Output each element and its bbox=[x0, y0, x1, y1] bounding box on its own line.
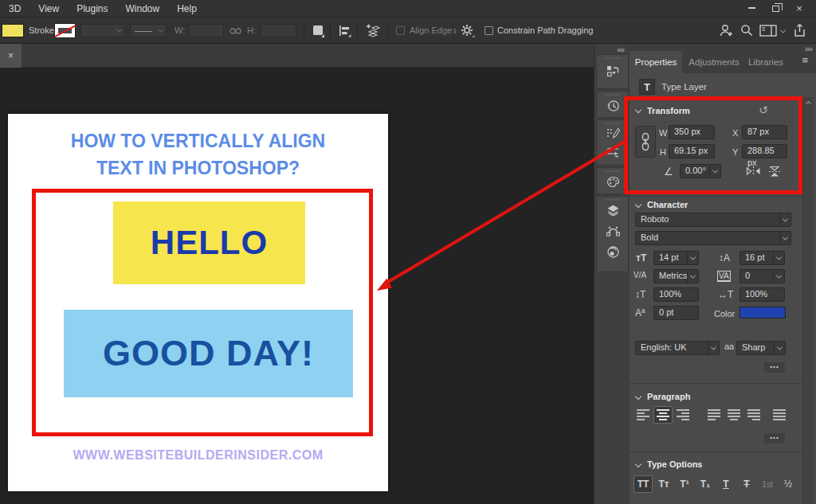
gear-icon[interactable] bbox=[461, 24, 475, 38]
stroke-style-line-icon bbox=[135, 31, 152, 32]
account-icon[interactable] bbox=[720, 24, 733, 37]
justify-last-center-button[interactable] bbox=[724, 406, 743, 424]
panel-menu-icon[interactable]: ≡ bbox=[802, 54, 808, 66]
drag-handle[interactable] bbox=[606, 170, 620, 172]
font-size-dropdown[interactable]: 14 pt bbox=[653, 251, 699, 265]
align-edges-checkbox[interactable] bbox=[396, 26, 405, 35]
justify-last-right-button[interactable] bbox=[744, 406, 763, 424]
menu-help[interactable]: Help bbox=[168, 0, 206, 18]
fractions-button[interactable]: ½ bbox=[779, 475, 798, 493]
all-caps-button[interactable]: TT bbox=[634, 475, 653, 493]
font-style-dropdown[interactable]: Bold bbox=[635, 231, 791, 245]
stroke-swatch[interactable] bbox=[54, 23, 76, 38]
drag-handle[interactable] bbox=[606, 94, 620, 96]
type-layer-icon: T bbox=[639, 79, 655, 95]
photoshop-window: 3D View Plugins Window Help × Stroke: W:… bbox=[0, 0, 816, 504]
history-panel-icon[interactable] bbox=[606, 99, 620, 112]
x-label: X bbox=[732, 126, 738, 140]
close-button[interactable]: × bbox=[787, 0, 811, 16]
x-input[interactable]: 87 px bbox=[742, 125, 787, 139]
justify-all-button[interactable] bbox=[770, 406, 789, 424]
rotation-angle-dropdown[interactable]: 0.00° bbox=[680, 164, 721, 178]
antialias-dropdown[interactable]: Sharp bbox=[736, 341, 786, 355]
paths-panel-icon[interactable] bbox=[606, 225, 620, 238]
character-more-options-button[interactable]: ••• bbox=[764, 362, 785, 373]
text-color-swatch[interactable] bbox=[740, 307, 786, 318]
stroke-label: Stroke: bbox=[29, 23, 57, 37]
panel-collapse-chevrons-icon[interactable]: »» bbox=[805, 45, 812, 53]
small-caps-button[interactable]: Tᴛ bbox=[654, 475, 673, 493]
kerning-dropdown[interactable]: Metrics bbox=[653, 269, 699, 283]
y-input[interactable]: 288.85 px bbox=[742, 144, 787, 158]
height-input[interactable]: 69.15 px bbox=[669, 144, 715, 158]
path-operations-button[interactable] bbox=[312, 25, 325, 37]
scroll-up-chevron-icon[interactable] bbox=[806, 101, 811, 107]
layers-panel-icon[interactable] bbox=[606, 204, 620, 217]
stroke-type-dropdown[interactable] bbox=[130, 24, 167, 37]
panel-scrollbar[interactable] bbox=[802, 97, 814, 504]
justify-last-left-icon bbox=[708, 409, 720, 420]
align-center-button[interactable] bbox=[653, 406, 673, 424]
share-icon[interactable] bbox=[793, 23, 806, 37]
drag-handle[interactable] bbox=[606, 199, 620, 201]
materials-sphere-icon[interactable] bbox=[606, 245, 620, 259]
leading-dropdown[interactable]: 16 pt bbox=[740, 251, 785, 265]
type-options-collapse-chevron-icon[interactable] bbox=[635, 461, 641, 467]
flip-horizontal-icon[interactable] bbox=[746, 166, 761, 177]
menu-3d[interactable]: 3D bbox=[0, 0, 29, 18]
drag-handle[interactable] bbox=[606, 123, 620, 124]
superscript-button[interactable]: T¹ bbox=[675, 475, 694, 493]
transform-collapse-chevron-icon[interactable] bbox=[635, 107, 641, 113]
underline-button[interactable]: T bbox=[716, 475, 736, 493]
tab-libraries[interactable]: Libraries bbox=[743, 51, 789, 73]
workspace-icon[interactable] bbox=[759, 25, 777, 37]
chain-link-icon bbox=[641, 132, 650, 151]
paragraph-more-options-button[interactable]: ••• bbox=[764, 433, 785, 443]
document[interactable]: HOW TO VERTICALLY ALIGN TEXT IN PHOTOSHO… bbox=[8, 114, 388, 491]
path-alignment-button[interactable] bbox=[338, 25, 351, 37]
brushes-panel-icon[interactable] bbox=[606, 146, 620, 159]
width-input[interactable]: 350 px bbox=[669, 125, 715, 139]
shape-width-input[interactable] bbox=[188, 24, 224, 37]
constrain-path-checkbox[interactable] bbox=[484, 26, 493, 35]
fill-color-swatch[interactable] bbox=[2, 24, 24, 37]
align-left-button[interactable] bbox=[634, 406, 653, 424]
link-wh-button[interactable] bbox=[635, 126, 656, 158]
shape-height-input[interactable] bbox=[261, 24, 296, 37]
horizontal-scale-input[interactable]: 100% bbox=[740, 287, 785, 302]
tab-properties[interactable]: Properties bbox=[630, 51, 682, 73]
workspace-chevron-icon[interactable] bbox=[780, 28, 786, 33]
baseline-shift-input[interactable]: 0 pt bbox=[653, 306, 699, 320]
flip-vertical-icon[interactable] bbox=[768, 166, 781, 178]
subscript-button[interactable]: T₁ bbox=[696, 475, 715, 493]
minimize-button[interactable] bbox=[740, 0, 763, 16]
tab-adjustments[interactable]: Adjustments bbox=[685, 51, 743, 73]
justify-last-left-button[interactable] bbox=[704, 406, 724, 424]
link-dimensions-icon[interactable] bbox=[230, 27, 241, 35]
stroke-width-dropdown[interactable] bbox=[80, 24, 125, 37]
actions-panel-icon[interactable] bbox=[606, 64, 620, 78]
transform-reset-icon[interactable]: ↺ bbox=[759, 104, 768, 116]
search-icon[interactable] bbox=[740, 24, 753, 37]
ordinals-button[interactable]: 1st bbox=[758, 475, 777, 493]
language-dropdown[interactable]: English: UK bbox=[635, 341, 720, 355]
brush-settings-panel-icon[interactable] bbox=[606, 127, 620, 141]
menu-window[interactable]: Window bbox=[117, 0, 169, 18]
drag-handle[interactable] bbox=[606, 57, 620, 59]
swatches-palette-icon[interactable] bbox=[606, 175, 620, 189]
document-tab-close[interactable]: × bbox=[0, 44, 22, 68]
menu-plugins[interactable]: Plugins bbox=[68, 0, 116, 18]
path-arrangement-button[interactable] bbox=[364, 23, 380, 39]
menu-view[interactable]: View bbox=[29, 0, 68, 18]
paragraph-collapse-chevron-icon[interactable] bbox=[635, 393, 641, 400]
strikethrough-button[interactable]: T bbox=[737, 475, 756, 493]
tracking-dropdown[interactable]: 0 bbox=[740, 269, 785, 283]
align-right-button[interactable] bbox=[673, 406, 692, 424]
restore-button[interactable] bbox=[763, 0, 787, 16]
justify-last-center-icon bbox=[728, 409, 740, 420]
vertical-scale-input[interactable]: 100% bbox=[653, 287, 699, 302]
dock-expand-chevrons-icon[interactable]: «« bbox=[617, 45, 624, 54]
character-collapse-chevron-icon[interactable] bbox=[635, 201, 641, 208]
menu-bar: 3D View Plugins Window Help × bbox=[0, 0, 816, 18]
font-family-dropdown[interactable]: Roboto bbox=[635, 213, 791, 227]
